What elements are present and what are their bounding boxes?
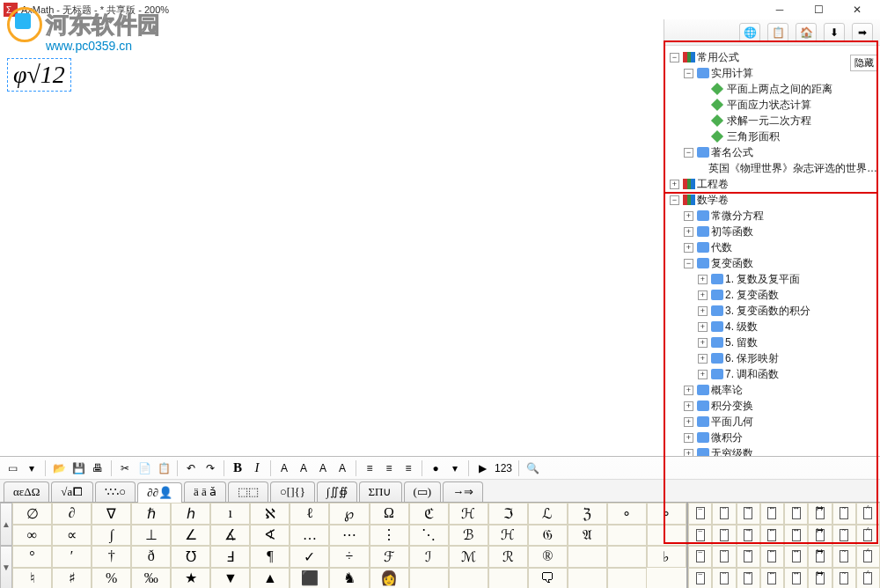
toolbar-btn-22[interactable]: ≡ (361, 459, 378, 477)
symbol-cell[interactable]: ♭ (647, 546, 686, 568)
symbol-tab-0[interactable]: αεΔΩ (4, 481, 49, 502)
arrow-template-cell[interactable]: – (688, 568, 712, 589)
symbol-cell[interactable]: ð (131, 546, 171, 568)
symbol-cell[interactable]: ⊥ (131, 525, 171, 547)
symbol-cell[interactable]: ∂ (52, 503, 92, 525)
tree-item[interactable]: 平面上两点之间的距离 (696, 81, 878, 97)
symbol-tab-5[interactable]: ⬚⬚ (228, 481, 268, 502)
arrow-template-cell[interactable]: ·· (712, 503, 736, 525)
toolbar-btn-15[interactable]: I (248, 459, 266, 477)
close-button[interactable]: ✕ (838, 0, 876, 19)
symbol-cell[interactable]: ▼ (210, 568, 250, 589)
maximize-button[interactable]: ☐ (799, 0, 838, 19)
arrow-template-cell[interactable]: ·· (712, 568, 736, 589)
arrow-template-cell[interactable]: ~ (832, 503, 856, 525)
symbol-cell[interactable] (449, 568, 488, 589)
symbol-tab-4[interactable]: ä ā ǎ (184, 481, 226, 502)
toolbar-btn-3[interactable]: 📂 (50, 459, 68, 477)
symbol-cell[interactable]: ℘ (329, 503, 369, 525)
toolbar-btn-4[interactable]: 💾 (70, 459, 87, 477)
symbol-next-button[interactable]: ▼ (0, 546, 12, 588)
tree-expander-icon[interactable]: + (684, 449, 693, 457)
toolbar-btn-23[interactable]: ≡ (380, 459, 398, 477)
arrow-template-cell[interactable]: ↔ (784, 525, 808, 547)
symbol-cell[interactable]: ⋮ (370, 525, 409, 547)
toolbar-btn-32[interactable]: 🔍 (524, 459, 541, 477)
tree-expander-icon[interactable]: + (684, 243, 693, 253)
tree-expander-icon[interactable]: + (698, 306, 708, 316)
toolbar-btn-11[interactable]: ↶ (182, 459, 200, 477)
arrow-template-cell[interactable]: ↦ (808, 503, 832, 525)
symbol-cell[interactable]: ★ (171, 568, 210, 589)
toolbar-btn-5[interactable]: 🖶 (89, 459, 106, 477)
symbol-cell[interactable]: 𝔄 (568, 525, 607, 547)
symbol-tab-1[interactable]: √a⧠ (51, 481, 93, 502)
library-toolbar-btn-3[interactable]: ⬇ (824, 23, 845, 42)
symbol-cell[interactable] (607, 568, 647, 589)
symbol-cell[interactable]: ℬ (449, 525, 488, 547)
tree-item[interactable]: +1. 复数及复平面 (696, 271, 878, 287)
tree-item[interactable]: +初等函数 (682, 224, 878, 239)
tree-item[interactable]: +工程卷 (668, 176, 878, 192)
symbol-tab-8[interactable]: ΣΠ∪ (359, 481, 402, 502)
tree-expander-icon[interactable]: + (684, 433, 693, 443)
arrow-template-cell[interactable]: ~ (832, 546, 856, 568)
arrow-template-cell[interactable]: ↦ (808, 525, 832, 547)
symbol-cell[interactable]: ♯ (52, 568, 92, 589)
arrow-template-cell[interactable]: → (737, 525, 760, 547)
tree-expander-icon[interactable]: + (698, 354, 708, 364)
toolbar-btn-19[interactable]: A (314, 459, 332, 477)
tree-item[interactable]: 求解一元二次方程 (696, 113, 878, 129)
symbol-cell[interactable]: ∅ (12, 503, 52, 525)
symbol-cell[interactable]: ∘ (647, 503, 686, 525)
arrow-template-cell[interactable]: ← (760, 546, 784, 568)
symbol-cell[interactable]: % (92, 568, 131, 589)
tree-item[interactable]: −常用公式 (668, 49, 878, 65)
tree-expander-icon[interactable]: + (684, 401, 693, 411)
symbol-cell[interactable]: ℛ (488, 546, 528, 568)
toolbar-btn-0[interactable]: ▭ (4, 459, 21, 477)
tree-item[interactable]: +代数 (682, 239, 878, 255)
arrow-template-cell[interactable]: → (737, 503, 760, 525)
symbol-cell[interactable]: Ω (370, 503, 409, 525)
tree-item[interactable]: −数学卷 (668, 192, 878, 208)
arrow-template-cell[interactable]: ^ (856, 568, 880, 589)
arrow-template-cell[interactable]: ^ (856, 525, 880, 547)
arrow-template-cell[interactable]: ↦ (808, 568, 832, 589)
symbol-cell[interactable] (488, 568, 528, 589)
symbol-tab-10[interactable]: →⇒ (443, 481, 483, 502)
tree-expander-icon[interactable]: − (684, 69, 693, 78)
symbol-cell[interactable]: ′ (52, 546, 92, 568)
symbol-cell[interactable]: ÷ (329, 546, 369, 568)
arrow-template-cell[interactable]: ·· (712, 546, 736, 568)
symbol-cell[interactable]: ℱ (370, 546, 409, 568)
symbol-cell[interactable]: … (290, 525, 329, 547)
tree-expander-icon[interactable]: + (684, 211, 693, 221)
symbol-cell[interactable]: ∘ (607, 503, 647, 525)
symbol-cell[interactable]: ℨ (568, 503, 607, 525)
symbol-cell[interactable]: ♮ (12, 568, 52, 589)
toolbar-btn-24[interactable]: ≡ (400, 459, 417, 477)
formula-tree[interactable]: −常用公式−实用计算平面上两点之间的距离平面应力状态计算求解一元二次方程三角形面… (664, 46, 880, 456)
symbol-cell[interactable]: 👩 (370, 568, 409, 589)
symbol-cell[interactable]: ✓ (290, 546, 329, 568)
symbol-cell[interactable]: ℐ (409, 546, 449, 568)
symbol-cell[interactable]: Ⅎ (210, 546, 250, 568)
arrow-template-cell[interactable]: ~ (832, 525, 856, 547)
arrow-template-cell[interactable]: – (688, 546, 712, 568)
arrow-template-cell[interactable]: ↔ (784, 503, 808, 525)
symbol-cell[interactable]: ♞ (329, 568, 369, 589)
arrow-template-cell[interactable]: ← (760, 568, 784, 589)
toolbar-btn-17[interactable]: A (275, 459, 293, 477)
toolbar-btn-26[interactable]: ● (427, 459, 444, 477)
symbol-tab-7[interactable]: ∫∬∯ (317, 481, 357, 502)
tree-item[interactable]: −实用计算 (682, 65, 878, 81)
symbol-cell[interactable]: ℳ (449, 546, 488, 568)
toolbar-btn-27[interactable]: ▾ (446, 459, 464, 477)
tree-item[interactable]: +5. 留数 (696, 334, 878, 350)
tree-item[interactable]: 三角形面积 (696, 129, 878, 144)
arrow-template-cell[interactable]: – (688, 503, 712, 525)
symbol-cell[interactable]: ℓ (290, 503, 329, 525)
arrow-template-cell[interactable]: ~ (832, 568, 856, 589)
symbol-cell[interactable] (607, 525, 647, 547)
